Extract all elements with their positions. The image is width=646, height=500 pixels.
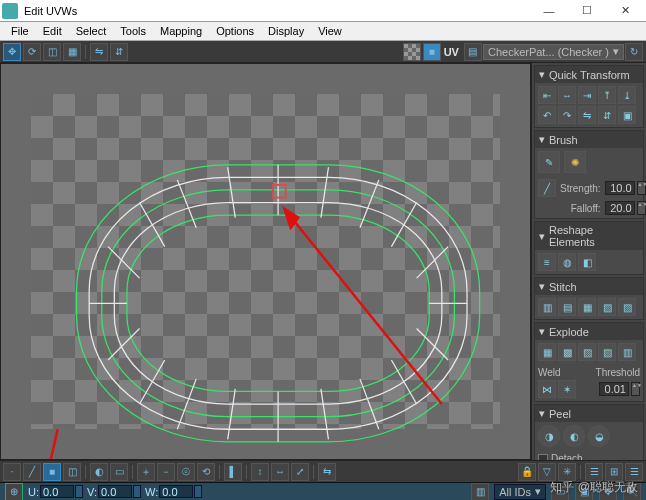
pelt-icon[interactable]: ◒ [588, 425, 610, 447]
absolute-icon[interactable]: ⊞ [605, 463, 623, 481]
explode-5-icon[interactable]: ▥ [618, 343, 636, 361]
flip-h-icon[interactable]: ⇋ [578, 106, 596, 124]
align-right-icon[interactable]: ⇥ [578, 86, 596, 104]
options-icon[interactable]: ☰ [585, 463, 603, 481]
scale-tool-button[interactable]: ◫ [43, 43, 61, 61]
align-top-icon[interactable]: ⤒ [598, 86, 616, 104]
quick-transform-title: Quick Transform [549, 69, 630, 81]
window-titlebar: Edit UVWs — ☐ ✕ [0, 0, 646, 22]
app-icon [2, 3, 18, 19]
menu-mapping[interactable]: Mapping [153, 24, 209, 38]
pan-icon[interactable]: ✥ [599, 483, 617, 501]
zoom-icon[interactable]: 🔍 [623, 483, 641, 501]
stitch-5-icon[interactable]: ▨ [618, 298, 636, 316]
element-mode-icon[interactable]: ◫ [63, 463, 81, 481]
threshold-label: Threshold [596, 367, 640, 378]
close-button[interactable]: ✕ [606, 0, 644, 22]
loop-icon[interactable]: ⟲ [197, 463, 215, 481]
uv-viewport[interactable] [0, 63, 531, 460]
filter-icon[interactable]: ▽ [538, 463, 556, 481]
minimize-button[interactable]: — [530, 0, 568, 22]
edge-mode-icon[interactable]: ╱ [23, 463, 41, 481]
falloff-spinner[interactable]: 20.0▲▼ [605, 201, 646, 215]
v-field[interactable]: 0.0 [98, 485, 132, 498]
selectby-icon[interactable]: ▭ [110, 463, 128, 481]
strength-spinner[interactable]: 10.0▲▼ [605, 181, 646, 195]
cube-icon[interactable]: ◧ [578, 253, 596, 271]
straighten-icon[interactable]: ≡ [538, 253, 556, 271]
menu-tools[interactable]: Tools [113, 24, 153, 38]
explode-2-icon[interactable]: ▩ [558, 343, 576, 361]
weld-selected-icon[interactable]: ⋈ [538, 380, 556, 398]
fill-icon[interactable]: ■ [423, 43, 441, 61]
stitch-4-icon[interactable]: ▧ [598, 298, 616, 316]
transform-type-icon[interactable]: ⊕ [5, 483, 23, 501]
freeform-tool-button[interactable]: ▦ [63, 43, 81, 61]
svg-line-22 [228, 389, 236, 439]
relax-brush-icon[interactable]: ✺ [564, 151, 586, 173]
stitch-2-icon[interactable]: ▤ [558, 298, 576, 316]
explode-1-icon[interactable]: ▦ [538, 343, 556, 361]
peel-title: Peel [549, 408, 571, 420]
shrink-icon[interactable]: － [157, 463, 175, 481]
w-field[interactable]: 0.0 [159, 485, 193, 498]
threshold-spinner[interactable]: 0.01▲▼ [599, 382, 640, 396]
stitch-3-icon[interactable]: ▦ [578, 298, 596, 316]
align-left-icon[interactable]: ⇤ [538, 86, 556, 104]
relax-icon[interactable]: ◍ [558, 253, 576, 271]
rotate-tool-button[interactable]: ⟳ [23, 43, 41, 61]
u-field[interactable]: 0.0 [40, 485, 74, 498]
menu-view[interactable]: View [311, 24, 349, 38]
tv-face-icon[interactable]: ⤢ [291, 463, 309, 481]
menu-options[interactable]: Options [209, 24, 261, 38]
flip-button[interactable]: ⇵ [110, 43, 128, 61]
weld-target-icon[interactable]: ✶ [558, 380, 576, 398]
fit-icon[interactable]: ▣ [618, 106, 636, 124]
detach-label: Detach [551, 453, 583, 460]
move-tool-button[interactable]: ✥ [3, 43, 21, 61]
vertex-mode-icon[interactable]: · [3, 463, 21, 481]
grow-icon[interactable]: ＋ [137, 463, 155, 481]
detach-checkbox[interactable] [538, 454, 548, 461]
tv-vert-icon[interactable]: ↕ [251, 463, 269, 481]
brush-shape-icon[interactable]: ╱ [538, 179, 556, 197]
rotate-cw-icon[interactable]: ↷ [558, 106, 576, 124]
mirror-button[interactable]: ⇋ [90, 43, 108, 61]
rotate-ccw-icon[interactable]: ↶ [538, 106, 556, 124]
menu-display[interactable]: Display [261, 24, 311, 38]
svg-line-21 [360, 379, 379, 429]
update-texture-icon[interactable]: ↻ [625, 43, 643, 61]
lock-icon[interactable]: 🔒 [518, 463, 536, 481]
menu-edit[interactable]: Edit [36, 24, 69, 38]
align-center-h-icon[interactable]: ↔ [558, 86, 576, 104]
svg-line-6 [228, 167, 236, 217]
ring-icon[interactable]: ⦾ [177, 463, 195, 481]
softsel-icon[interactable]: ◐ [90, 463, 108, 481]
id-filter-icon[interactable]: ▥ [471, 483, 489, 501]
peel-mode-icon[interactable]: ◐ [563, 425, 585, 447]
menu-select[interactable]: Select [69, 24, 114, 38]
snap-icon[interactable]: ✳ [558, 463, 576, 481]
paint-move-icon[interactable]: ✎ [538, 151, 560, 173]
tv-edge-icon[interactable]: ↔ [271, 463, 289, 481]
rollout-brush: ▾Brush ✎ ✺ ╱ Strength: 10.0▲▼ Falloff: 2… [534, 130, 644, 219]
zoom-extents-icon[interactable]: ▭ [551, 483, 569, 501]
grid-icon[interactable] [403, 43, 421, 61]
sync-icon[interactable]: ⇆ [318, 463, 336, 481]
align-bottom-icon[interactable]: ⤓ [618, 86, 636, 104]
stitch-1-icon[interactable]: ▥ [538, 298, 556, 316]
menu-file[interactable]: File [4, 24, 36, 38]
explode-4-icon[interactable]: ▧ [598, 343, 616, 361]
gear-icon[interactable]: ☰ [625, 463, 643, 481]
toggle-display-icon[interactable]: ▤ [464, 43, 482, 61]
explode-3-icon[interactable]: ▨ [578, 343, 596, 361]
face-mode-icon[interactable]: ■ [43, 463, 61, 481]
main-toolbar: ✥ ⟳ ◫ ▦ ⇋ ⇵ ■ UV ▤ CheckerPat... (Checke… [0, 41, 646, 63]
flip-v-icon[interactable]: ⇵ [598, 106, 616, 124]
ids-dropdown[interactable]: All IDs▾ [494, 484, 546, 500]
quick-peel-icon[interactable]: ◑ [538, 425, 560, 447]
maximize-button[interactable]: ☐ [568, 0, 606, 22]
texture-dropdown[interactable]: CheckerPat... (Checker )▾ [483, 44, 624, 60]
paint-select-icon[interactable]: ▌ [224, 463, 242, 481]
zoom-region-icon[interactable]: ▣ [575, 483, 593, 501]
